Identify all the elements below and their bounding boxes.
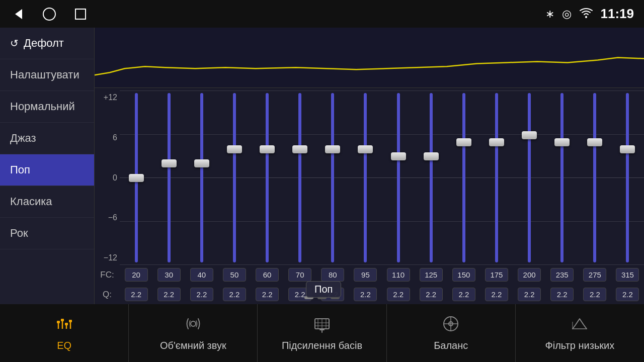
tab-eq[interactable]: EQ bbox=[0, 304, 129, 362]
fc-value-30[interactable]: 30 bbox=[157, 268, 181, 282]
q-value-235[interactable]: 2.2 bbox=[550, 288, 574, 301]
slider-thumb-20[interactable] bbox=[129, 174, 144, 182]
slider-track-235[interactable] bbox=[560, 93, 564, 262]
slider-track-60[interactable] bbox=[266, 93, 269, 262]
q-value-125[interactable]: 2.2 bbox=[420, 288, 443, 301]
balance-icon bbox=[442, 315, 460, 337]
tab-surround[interactable]: Об'ємний звук bbox=[129, 304, 258, 362]
q-value-60[interactable]: 2.2 bbox=[256, 288, 279, 301]
slider-col-50 bbox=[219, 93, 250, 262]
q-value-150[interactable]: 2.2 bbox=[452, 288, 475, 301]
slider-thumb-30[interactable] bbox=[162, 159, 177, 167]
slider-col-275 bbox=[580, 93, 610, 262]
slider-col-175 bbox=[481, 93, 512, 262]
q-value-20[interactable]: 2.2 bbox=[125, 288, 148, 301]
tab-balance[interactable]: Баланс bbox=[387, 304, 516, 362]
slider-track-125[interactable] bbox=[430, 93, 433, 262]
slider-col-60 bbox=[252, 93, 282, 262]
home-button[interactable] bbox=[41, 6, 57, 22]
tab-filter[interactable]: Фільтр низьких bbox=[516, 304, 644, 362]
tab-filter-label: Фільтр низьких bbox=[545, 340, 615, 351]
fc-value-275[interactable]: 275 bbox=[583, 268, 606, 282]
tab-balance-label: Баланс bbox=[434, 340, 468, 351]
fc-value-80[interactable]: 80 bbox=[321, 268, 344, 282]
back-button[interactable] bbox=[10, 6, 26, 22]
slider-col-110 bbox=[383, 93, 414, 262]
slider-thumb-125[interactable] bbox=[424, 152, 439, 160]
slider-track-95[interactable] bbox=[364, 93, 367, 262]
slider-track-80[interactable] bbox=[331, 93, 334, 262]
sidebar-item-default[interactable]: ↺ Дефолт bbox=[0, 28, 94, 59]
tab-bass[interactable]: Підсилення басів bbox=[258, 304, 386, 362]
q-value-30[interactable]: 2.2 bbox=[157, 288, 181, 301]
eq-sliders-wrapper: +12 6 0 −6 −12 bbox=[95, 90, 644, 265]
q-value-95[interactable]: 2.2 bbox=[354, 288, 377, 301]
q-value-175[interactable]: 2.2 bbox=[485, 288, 508, 301]
fc-value-20[interactable]: 20 bbox=[125, 268, 148, 282]
q-label: Q: bbox=[95, 290, 120, 300]
slider-thumb-50[interactable] bbox=[227, 145, 242, 153]
svg-marker-0 bbox=[15, 9, 22, 19]
bluetooth-icon: ∗ bbox=[545, 8, 554, 21]
sidebar-item-pop[interactable]: Поп bbox=[0, 154, 94, 186]
sidebar-item-rock[interactable]: Рок bbox=[0, 218, 94, 249]
sidebar-item-normal[interactable]: Нормальний bbox=[0, 91, 94, 123]
q-value-110[interactable]: 2.2 bbox=[387, 288, 410, 301]
slider-track-70[interactable] bbox=[298, 93, 301, 262]
slider-col-235 bbox=[547, 93, 577, 262]
fc-value-110[interactable]: 110 bbox=[387, 268, 410, 282]
fc-value-60[interactable]: 60 bbox=[256, 268, 279, 282]
slider-track-20[interactable] bbox=[135, 93, 138, 262]
q-value-315[interactable]: 2.2 bbox=[616, 288, 639, 301]
fc-value-50[interactable]: 50 bbox=[223, 268, 246, 282]
slider-track-275[interactable] bbox=[593, 93, 596, 262]
q-value-40[interactable]: 2.2 bbox=[190, 288, 213, 301]
slider-thumb-95[interactable] bbox=[358, 145, 373, 153]
slider-thumb-80[interactable] bbox=[325, 145, 340, 153]
svg-point-12 bbox=[191, 321, 196, 326]
fc-value-95[interactable]: 95 bbox=[354, 268, 377, 282]
slider-thumb-200[interactable] bbox=[522, 131, 537, 139]
slider-thumb-60[interactable] bbox=[260, 145, 275, 153]
tab-bass-label: Підсилення басів bbox=[282, 340, 362, 351]
slider-thumb-175[interactable] bbox=[489, 138, 504, 146]
slider-track-200[interactable] bbox=[528, 93, 531, 262]
slider-track-315[interactable] bbox=[626, 93, 629, 262]
fc-value-235[interactable]: 235 bbox=[550, 268, 574, 282]
fc-value-175[interactable]: 175 bbox=[485, 268, 508, 282]
y-label-0: 0 bbox=[100, 173, 117, 183]
fc-value-40[interactable]: 40 bbox=[190, 268, 213, 282]
slider-track-150[interactable] bbox=[462, 93, 465, 262]
slider-col-30 bbox=[154, 93, 184, 262]
slider-thumb-110[interactable] bbox=[391, 152, 406, 160]
fc-value-125[interactable]: 125 bbox=[420, 268, 443, 282]
grid-line-top bbox=[120, 90, 644, 91]
slider-thumb-315[interactable] bbox=[620, 145, 635, 153]
fc-values: 2030405060708095110125150175200235275315 bbox=[120, 268, 644, 282]
slider-track-110[interactable] bbox=[397, 93, 400, 262]
slider-thumb-40[interactable] bbox=[194, 159, 209, 167]
slider-track-50[interactable] bbox=[233, 93, 236, 262]
square-button[interactable] bbox=[72, 6, 89, 22]
fc-value-200[interactable]: 200 bbox=[518, 268, 541, 282]
q-value-50[interactable]: 2.2 bbox=[223, 288, 246, 301]
sidebar-item-settings[interactable]: Налаштувати bbox=[0, 59, 94, 91]
sidebar-item-classic[interactable]: Класика bbox=[0, 186, 94, 218]
eq-curve-svg bbox=[95, 28, 644, 87]
slider-thumb-150[interactable] bbox=[456, 138, 471, 146]
slider-thumb-275[interactable] bbox=[587, 138, 602, 146]
slider-track-40[interactable] bbox=[200, 93, 203, 262]
q-value-275[interactable]: 2.2 bbox=[583, 288, 606, 301]
fc-value-150[interactable]: 150 bbox=[452, 268, 475, 282]
y-label-neg12: −12 bbox=[100, 253, 117, 262]
q-value-200[interactable]: 2.2 bbox=[518, 288, 541, 301]
page-dots bbox=[304, 296, 340, 299]
sidebar-item-jazz[interactable]: Джаз bbox=[0, 123, 94, 154]
fc-value-315[interactable]: 315 bbox=[616, 268, 639, 282]
slider-track-30[interactable] bbox=[168, 93, 171, 262]
fc-value-70[interactable]: 70 bbox=[288, 268, 311, 282]
slider-track-175[interactable] bbox=[495, 93, 498, 262]
slider-thumb-70[interactable] bbox=[292, 145, 307, 153]
main-eq-area: +12 6 0 −6 −12 bbox=[95, 28, 644, 304]
slider-thumb-235[interactable] bbox=[554, 138, 570, 146]
